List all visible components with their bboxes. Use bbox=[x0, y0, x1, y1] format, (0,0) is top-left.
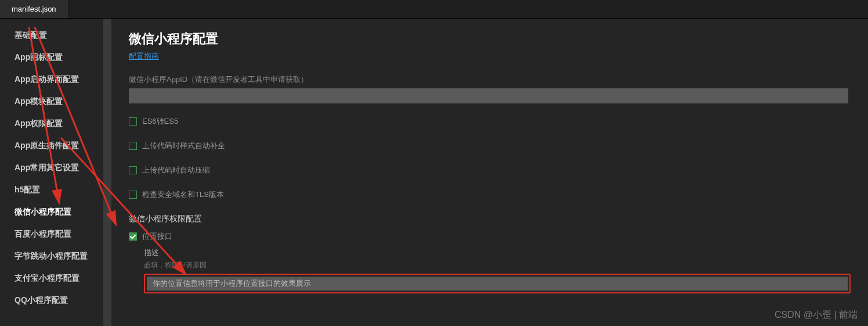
appid-input[interactable] bbox=[129, 88, 848, 103]
checkbox-label: ES6转ES5 bbox=[142, 116, 178, 127]
checkbox-label: 位置接口 bbox=[142, 231, 172, 242]
checkbox-location-api[interactable]: 位置接口 bbox=[129, 231, 851, 242]
sidebar-scrollbar[interactable] bbox=[103, 19, 111, 326]
checkbox-style-autocomplete[interactable]: 上传代码时样式自动补全 bbox=[129, 141, 851, 151]
sidebar-item-h5[interactable]: h5配置 bbox=[0, 179, 103, 201]
desc-hint: 必填，权限申请原因 bbox=[144, 260, 851, 270]
sidebar-item-basic[interactable]: 基础配置 bbox=[0, 24, 103, 46]
sidebar-item-app-other[interactable]: App常用其它设置 bbox=[0, 157, 103, 179]
checkbox-label: 检查安全域名和TLS版本 bbox=[142, 189, 224, 200]
checkbox-icon bbox=[129, 166, 137, 174]
desc-label: 描述 bbox=[144, 248, 851, 258]
checkbox-label: 上传代码时自动压缩 bbox=[142, 165, 210, 175]
checkbox-auto-compress[interactable]: 上传代码时自动压缩 bbox=[129, 165, 851, 175]
checkbox-icon bbox=[129, 142, 137, 150]
tab-label: manifest.json bbox=[12, 5, 56, 13]
sidebar-item-app-module[interactable]: App模块配置 bbox=[0, 91, 103, 113]
tab-bar: manifest.json bbox=[0, 0, 868, 19]
checkbox-label: 上传代码时样式自动补全 bbox=[142, 141, 225, 151]
checkbox-icon bbox=[129, 117, 137, 126]
sidebar-item-app-launch[interactable]: App启动界面配置 bbox=[0, 69, 103, 91]
sidebar-item-baidu-mp[interactable]: 百度小程序配置 bbox=[0, 223, 103, 245]
sidebar-item-app-native-plugin[interactable]: App原生插件配置 bbox=[0, 135, 103, 157]
permission-section-title: 微信小程序权限配置 bbox=[129, 214, 851, 224]
sidebar-item-wechat-mp[interactable]: 微信小程序配置 bbox=[0, 201, 103, 223]
checkbox-check-domain-tls[interactable]: 检查安全域名和TLS版本 bbox=[129, 189, 851, 200]
checkbox-icon bbox=[129, 232, 137, 241]
checkbox-icon bbox=[129, 191, 137, 199]
desc-input[interactable] bbox=[147, 277, 848, 291]
sidebar-item-alipay-mp[interactable]: 支付宝小程序配置 bbox=[0, 267, 103, 289]
config-guide-link[interactable]: 配置指南 bbox=[129, 51, 159, 62]
main-panel: 微信小程序配置 配置指南 微信小程序AppID（请在微信开发者工具中申请获取） … bbox=[111, 19, 868, 326]
sidebar-item-bytedance-mp[interactable]: 字节跳动小程序配置 bbox=[0, 245, 103, 267]
sidebar: 基础配置 App图标配置 App启动界面配置 App模块配置 App权限配置 A… bbox=[0, 19, 103, 326]
appid-label: 微信小程序AppID（请在微信开发者工具中申请获取） bbox=[129, 74, 851, 85]
sidebar-item-app-perm[interactable]: App权限配置 bbox=[0, 113, 103, 135]
sidebar-item-qq-mp[interactable]: QQ小程序配置 bbox=[0, 289, 103, 311]
page-title: 微信小程序配置 bbox=[129, 30, 851, 48]
tab-manifest[interactable]: manifest.json bbox=[0, 0, 68, 18]
checkbox-es6[interactable]: ES6转ES5 bbox=[129, 116, 851, 127]
desc-input-highlight bbox=[144, 274, 851, 293]
sidebar-item-app-icon[interactable]: App图标配置 bbox=[0, 46, 103, 69]
